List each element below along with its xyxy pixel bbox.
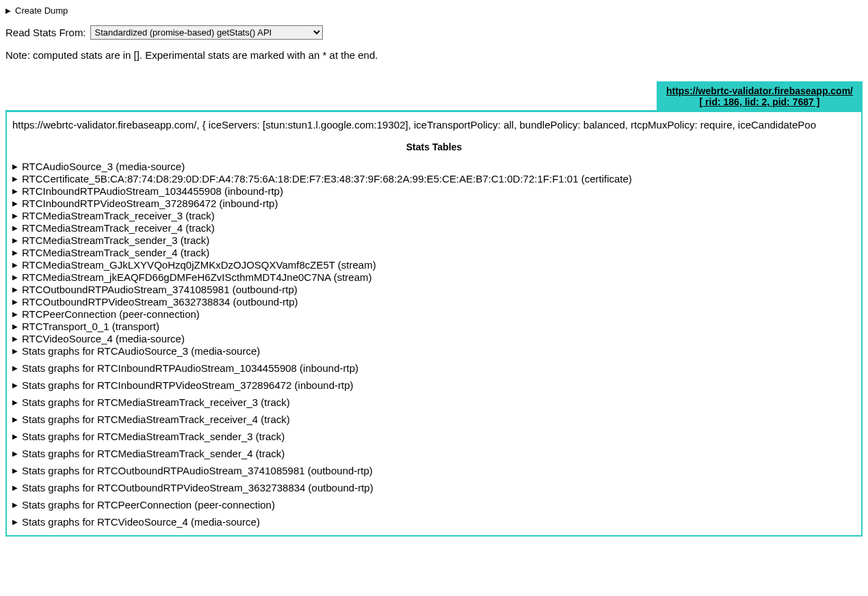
expand-triangle-icon: ▶ <box>12 261 19 269</box>
tab-container: https://webrtc-validator.firebaseapp.com… <box>5 81 863 110</box>
stats-item-label: Stats graphs for RTCVideoSource_4 (media… <box>22 516 260 528</box>
stats-item[interactable]: ▶Stats graphs for RTCOutboundRTPAudioStr… <box>12 465 856 477</box>
stats-item[interactable]: ▶RTCMediaStream_jkEAQFD66gDMFeH6ZvIScthm… <box>12 271 856 284</box>
expand-triangle-icon: ▶ <box>12 364 19 372</box>
stats-item[interactable]: ▶RTCAudioSource_3 (media-source) <box>12 161 856 173</box>
stats-tables-header: Stats Tables <box>12 141 856 152</box>
expand-triangle-icon: ▶ <box>12 163 19 171</box>
stats-item[interactable]: ▶RTCCertificate_5B:CA:87:74:D8:29:0D:DF:… <box>12 173 856 185</box>
expand-triangle-icon: ▶ <box>12 484 19 492</box>
note-text: Note: computed stats are in []. Experime… <box>5 49 863 61</box>
stats-item[interactable]: ▶RTCInboundRTPVideoStream_372896472 (inb… <box>12 198 856 210</box>
expand-triangle-icon: ▶ <box>12 286 19 294</box>
connection-tab[interactable]: https://webrtc-validator.firebaseapp.com… <box>657 81 863 110</box>
expand-triangle-icon: ▶ <box>12 467 19 475</box>
stats-item[interactable]: ▶Stats graphs for RTCMediaStreamTrack_re… <box>12 414 856 426</box>
create-dump-label: Create Dump <box>15 5 68 16</box>
expand-triangle-icon: ▶ <box>12 310 19 319</box>
stats-item[interactable]: ▶RTCMediaStreamTrack_receiver_4 (track) <box>12 222 856 234</box>
stats-item-label: RTCMediaStream_jkEAQFD66gDMFeH6ZvIScthmM… <box>22 271 372 284</box>
expand-triangle-icon: ▶ <box>12 450 19 458</box>
stats-item[interactable]: ▶RTCOutboundRTPVideoStream_3632738834 (o… <box>12 296 856 308</box>
stats-item[interactable]: ▶Stats graphs for RTCOutboundRTPVideoStr… <box>12 482 856 494</box>
expand-triangle-icon: ▶ <box>12 381 19 390</box>
stats-item-label: Stats graphs for RTCMediaStreamTrack_sen… <box>22 448 285 460</box>
expand-triangle-icon: ▶ <box>12 518 19 526</box>
stats-api-select[interactable]: Standardized (promise-based) getStats() … <box>90 25 323 40</box>
expand-triangle-icon: ▶ <box>5 7 12 14</box>
stats-item[interactable]: ▶Stats graphs for RTCInboundRTPVideoStre… <box>12 379 856 392</box>
stats-item[interactable]: ▶Stats graphs for RTCAudioSource_3 (medi… <box>12 345 856 357</box>
read-stats-label: Read Stats From: <box>5 27 86 38</box>
stats-item-label: RTCOutboundRTPAudioStream_3741085981 (ou… <box>22 284 298 296</box>
expand-triangle-icon: ▶ <box>12 273 19 282</box>
expand-triangle-icon: ▶ <box>12 236 19 245</box>
stats-item[interactable]: ▶Stats graphs for RTCVideoSource_4 (medi… <box>12 516 856 528</box>
stats-item[interactable]: ▶RTCMediaStreamTrack_sender_4 (track) <box>12 247 856 259</box>
expand-triangle-icon: ▶ <box>12 323 19 331</box>
stats-item-label: Stats graphs for RTCInboundRTPVideoStrea… <box>22 379 353 392</box>
stats-item-label: RTCInboundRTPVideoStream_372896472 (inbo… <box>22 198 278 210</box>
stats-item-label: Stats graphs for RTCMediaStreamTrack_sen… <box>22 431 285 443</box>
stats-item-label: Stats graphs for RTCOutboundRTPAudioStre… <box>22 465 373 477</box>
stats-item-label: RTCTransport_0_1 (transport) <box>22 321 159 333</box>
stats-item-label: RTCMediaStreamTrack_sender_4 (track) <box>22 247 209 259</box>
connection-config-text: https://webrtc-validator.firebaseapp.com… <box>12 119 856 131</box>
stats-item[interactable]: ▶Stats graphs for RTCMediaStreamTrack_re… <box>12 396 856 409</box>
stats-item[interactable]: ▶RTCInboundRTPAudioStream_1034455908 (in… <box>12 185 856 198</box>
stats-item-label: RTCCertificate_5B:CA:87:74:D8:29:0D:DF:A… <box>22 173 632 185</box>
connection-tab-url[interactable]: https://webrtc-validator.firebaseapp.com… <box>666 85 853 96</box>
expand-triangle-icon: ▶ <box>12 416 19 424</box>
create-dump-toggle[interactable]: ▶ Create Dump <box>5 5 863 16</box>
expand-triangle-icon: ▶ <box>12 298 19 306</box>
stats-item-label: Stats graphs for RTCMediaStreamTrack_rec… <box>22 396 290 409</box>
stats-item[interactable]: ▶RTCMediaStream_GJkLXYVQoHzq0jZMKxDzOJOS… <box>12 259 856 271</box>
stats-item-label: RTCPeerConnection (peer-connection) <box>22 308 200 321</box>
expand-triangle-icon: ▶ <box>12 249 19 257</box>
stats-item[interactable]: ▶RTCOutboundRTPAudioStream_3741085981 (o… <box>12 284 856 296</box>
stats-item-label: Stats graphs for RTCOutboundRTPVideoStre… <box>22 482 373 494</box>
expand-triangle-icon: ▶ <box>12 335 19 343</box>
expand-triangle-icon: ▶ <box>12 175 19 183</box>
stats-item-label: RTCMediaStreamTrack_receiver_3 (track) <box>22 210 215 222</box>
connection-tab-ids: [ rid: 186, lid: 2, pid: 7687 ] <box>700 96 820 107</box>
expand-triangle-icon: ▶ <box>12 200 19 208</box>
stats-item[interactable]: ▶RTCPeerConnection (peer-connection) <box>12 308 856 321</box>
stats-item[interactable]: ▶RTCVideoSource_4 (media-source) <box>12 333 856 345</box>
expand-triangle-icon: ▶ <box>12 433 19 441</box>
stats-item[interactable]: ▶Stats graphs for RTCMediaStreamTrack_se… <box>12 431 856 443</box>
stats-item-label: RTCVideoSource_4 (media-source) <box>22 333 185 345</box>
expand-triangle-icon: ▶ <box>12 398 19 407</box>
expand-triangle-icon: ▶ <box>12 187 19 195</box>
stats-item[interactable]: ▶RTCMediaStreamTrack_sender_3 (track) <box>12 234 856 247</box>
stats-item-label: Stats graphs for RTCAudioSource_3 (media… <box>22 345 260 357</box>
stats-item-label: Stats graphs for RTCPeerConnection (peer… <box>22 499 275 511</box>
stats-list: ▶RTCAudioSource_3 (media-source)▶RTCCert… <box>12 161 856 528</box>
stats-item[interactable]: ▶Stats graphs for RTCMediaStreamTrack_se… <box>12 448 856 460</box>
stats-item[interactable]: ▶RTCTransport_0_1 (transport) <box>12 321 856 333</box>
stats-item-label: RTCOutboundRTPVideoStream_3632738834 (ou… <box>22 296 298 308</box>
stats-item[interactable]: ▶RTCMediaStreamTrack_receiver_3 (track) <box>12 210 856 222</box>
expand-triangle-icon: ▶ <box>12 212 19 220</box>
expand-triangle-icon: ▶ <box>12 501 19 509</box>
stats-item[interactable]: ▶Stats graphs for RTCInboundRTPAudioStre… <box>12 362 856 375</box>
stats-item-label: RTCMediaStreamTrack_sender_3 (track) <box>22 234 209 247</box>
read-stats-row: Read Stats From: Standardized (promise-b… <box>5 25 863 40</box>
stats-item-label: RTCAudioSource_3 (media-source) <box>22 161 185 173</box>
expand-triangle-icon: ▶ <box>12 224 19 232</box>
stats-item-label: Stats graphs for RTCInboundRTPAudioStrea… <box>22 362 358 375</box>
expand-triangle-icon: ▶ <box>12 347 19 355</box>
stats-item-label: RTCMediaStream_GJkLXYVQoHzq0jZMKxDzOJOSQ… <box>22 259 376 271</box>
stats-item-label: Stats graphs for RTCMediaStreamTrack_rec… <box>22 414 290 426</box>
stats-item-label: RTCMediaStreamTrack_receiver_4 (track) <box>22 222 215 234</box>
connection-content-box: https://webrtc-validator.firebaseapp.com… <box>5 110 863 537</box>
stats-item[interactable]: ▶Stats graphs for RTCPeerConnection (pee… <box>12 499 856 511</box>
stats-item-label: RTCInboundRTPAudioStream_1034455908 (inb… <box>22 185 283 198</box>
